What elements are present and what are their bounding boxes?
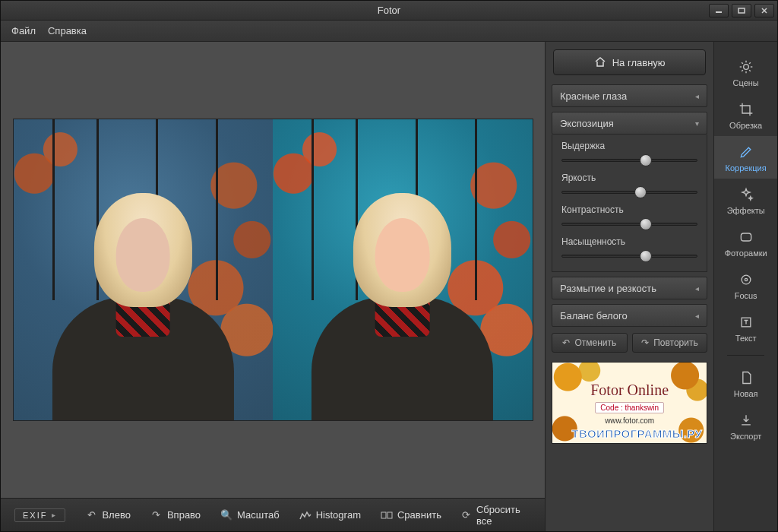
titlebar: Fotor xyxy=(1,1,777,21)
zoom-button[interactable]: 🔍 Масштаб xyxy=(220,509,280,521)
rail-frames[interactable]: Фоторамки xyxy=(714,221,777,264)
rail-new-label: Новая xyxy=(734,389,758,398)
slider-contrast-thumb[interactable] xyxy=(640,218,652,230)
svg-line-11 xyxy=(742,62,743,64)
svg-rect-5 xyxy=(387,512,392,518)
compare-label: Сравнить xyxy=(397,509,441,521)
rotate-right-icon: ↷ xyxy=(150,509,163,521)
target-icon xyxy=(738,271,754,288)
right-rail: Сцены Обрезка Коррекция Эффекты Фоторамк… xyxy=(713,42,777,531)
frame-icon xyxy=(738,229,754,245)
svg-line-13 xyxy=(749,62,751,64)
slider-brightness-label: Яркость xyxy=(561,173,697,183)
slider-exposure-label: Выдержка xyxy=(561,141,697,151)
chevron-down-icon: ▾ xyxy=(695,119,699,128)
sparkles-icon xyxy=(738,186,754,203)
rail-correction[interactable]: Коррекция xyxy=(714,136,777,179)
accordion-wb-label: Баланс белого xyxy=(560,310,628,321)
sun-icon xyxy=(738,59,754,75)
redo-label: Повторить xyxy=(653,337,698,348)
rail-text-label: Текст xyxy=(735,334,757,343)
bottom-toolbar: EXIF▸ ↶ Влево ↷ Вправо 🔍 Масштаб Histogr… xyxy=(1,498,545,531)
rail-focus[interactable]: Focus xyxy=(714,264,777,306)
accordion-white-balance[interactable]: Баланс белого ◂ xyxy=(552,304,707,327)
rail-text[interactable]: Текст xyxy=(714,306,777,349)
histogram-label: Histogram xyxy=(316,509,361,521)
text-icon xyxy=(738,314,754,331)
slider-exposure-thumb[interactable] xyxy=(640,154,652,166)
accordion-exposure[interactable]: Экспозиция ▾ xyxy=(552,112,707,135)
rail-export[interactable]: Экспорт xyxy=(714,404,777,447)
pencil-icon xyxy=(738,144,754,160)
reset-label: Сбросить все xyxy=(476,504,531,527)
rail-new[interactable]: Новая xyxy=(714,362,777,404)
crop-icon xyxy=(738,101,754,118)
rail-effects-label: Эффекты xyxy=(727,206,765,215)
accordion-blur-label: Размытие и резкость xyxy=(560,283,656,294)
watermark-text: ТВОИПРОГРАММЫ.РУ xyxy=(572,427,703,440)
promo-code: Code : thankswin xyxy=(595,402,664,413)
accordion-blur-sharpness[interactable]: Размытие и резкость ◂ xyxy=(552,277,707,299)
rotate-left-button[interactable]: ↶ Влево xyxy=(85,509,130,521)
slider-saturation-label: Насыщенность xyxy=(561,236,697,247)
home-icon xyxy=(594,56,606,69)
home-button-label: На главную xyxy=(612,57,666,68)
exposure-panel: Выдержка Яркость Контрастность Насы xyxy=(552,135,707,272)
slider-brightness-thumb[interactable] xyxy=(634,186,647,198)
slider-contrast-label: Контрастность xyxy=(561,204,697,215)
rail-crop[interactable]: Обрезка xyxy=(714,93,777,136)
slider-contrast[interactable] xyxy=(561,223,697,226)
rail-crop-label: Обрезка xyxy=(729,121,762,130)
compare-button[interactable]: Сравнить xyxy=(381,509,441,521)
svg-line-12 xyxy=(749,70,751,71)
undo-icon: ↶ xyxy=(562,337,570,348)
export-icon xyxy=(738,412,754,429)
photo-original xyxy=(14,119,274,420)
document-icon xyxy=(738,369,754,386)
rail-frames-label: Фоторамки xyxy=(725,249,767,258)
svg-point-6 xyxy=(743,65,748,70)
exif-button[interactable]: EXIF▸ xyxy=(14,508,65,522)
svg-rect-1 xyxy=(738,8,745,13)
rotate-right-label: Вправо xyxy=(167,509,201,521)
menubar: Файл Справка xyxy=(1,21,777,42)
photo-edited xyxy=(273,119,533,420)
rotate-right-button[interactable]: ↷ Вправо xyxy=(150,509,201,521)
svg-point-16 xyxy=(742,275,751,284)
slider-saturation[interactable] xyxy=(561,255,697,258)
slider-saturation-thumb[interactable] xyxy=(640,250,652,262)
maximize-button[interactable] xyxy=(732,4,751,17)
rail-effects[interactable]: Эффекты xyxy=(714,179,777,221)
close-button[interactable] xyxy=(754,4,774,17)
canvas-viewport[interactable] xyxy=(1,42,545,498)
rail-scenes[interactable]: Сцены xyxy=(714,51,777,93)
undo-button[interactable]: ↶ Отменить xyxy=(552,333,628,353)
menu-help[interactable]: Справка xyxy=(48,25,87,36)
promo-banner[interactable]: Fotor Online Code : thankswin www.fotor.… xyxy=(552,362,707,444)
histogram-button[interactable]: Histogram xyxy=(299,509,361,521)
rail-export-label: Экспорт xyxy=(730,432,761,441)
accordion-red-eye-label: Красные глаза xyxy=(560,90,627,102)
redo-button[interactable]: ↷ Повторить xyxy=(632,333,708,353)
chevron-left-icon: ◂ xyxy=(695,92,699,100)
svg-rect-4 xyxy=(381,512,386,518)
menu-file[interactable]: Файл xyxy=(11,25,36,36)
window-title: Fotor xyxy=(378,5,400,16)
promo-title: Fotor Online xyxy=(590,382,669,399)
svg-line-14 xyxy=(742,70,743,71)
promo-url: www.fotor.com xyxy=(605,416,654,425)
minimize-button[interactable] xyxy=(709,4,729,17)
accordion-red-eye[interactable]: Красные глаза ◂ xyxy=(552,84,707,107)
refresh-icon: ⟳ xyxy=(461,509,472,521)
rail-correction-label: Коррекция xyxy=(726,163,767,173)
slider-exposure[interactable] xyxy=(561,159,697,162)
histogram-icon xyxy=(299,509,312,521)
slider-brightness[interactable] xyxy=(561,191,697,194)
rotate-left-label: Влево xyxy=(102,509,130,521)
home-button[interactable]: На главную xyxy=(553,49,706,75)
exif-label: EXIF xyxy=(23,511,47,520)
chevron-left-icon: ◂ xyxy=(695,284,699,293)
rail-focus-label: Focus xyxy=(735,291,757,300)
reset-all-button[interactable]: ⟳ Сбросить все xyxy=(461,504,531,527)
compare-icon xyxy=(381,509,393,521)
